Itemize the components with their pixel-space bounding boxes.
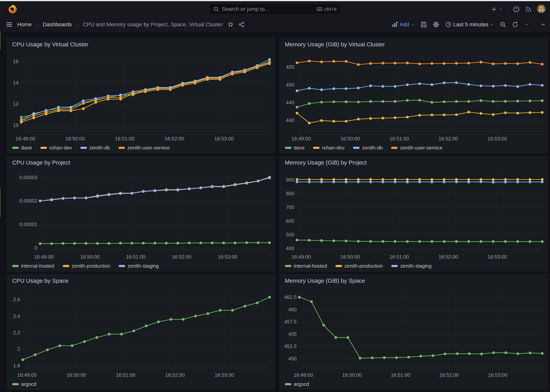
plus-icon — [491, 6, 497, 13]
breadcrumb: Home › Dashboards › CPU and Memory usage… — [6, 18, 244, 31]
legend-item-zenith-db[interactable]: zenith-db — [80, 145, 110, 151]
favorite-button[interactable] — [228, 21, 234, 28]
svg-text:16:49:00: 16:49:00 — [294, 372, 313, 378]
help-button[interactable]: ? — [513, 6, 520, 13]
panel-title[interactable]: CPU Usage by Virtual Cluster — [12, 41, 88, 48]
svg-text:16:51:00: 16:51:00 — [390, 136, 409, 141]
svg-text:700: 700 — [286, 204, 294, 210]
collapse-toolbar-button[interactable] — [540, 22, 546, 28]
search-icon — [213, 6, 219, 12]
legend-item-zenith-production[interactable]: zenith-production — [63, 263, 110, 269]
svg-text:455: 455 — [288, 331, 297, 337]
chevron-down-icon — [490, 23, 494, 27]
series-rohan-dev — [296, 111, 544, 124]
svg-text:16:52:00: 16:52:00 — [165, 136, 184, 141]
search-placeholder: Search or jump to... — [222, 6, 269, 12]
axis-labels: 450452.5455457.5460462.516:49:0016:50:00… — [284, 294, 507, 378]
zoom-out-time-button[interactable] — [500, 21, 506, 28]
divider — [508, 6, 508, 13]
legend-item-internal-hosted[interactable]: internal-hosted — [285, 263, 327, 269]
svg-text:400: 400 — [286, 246, 294, 251]
legend-item-zenith-staging[interactable]: zenith-staging — [391, 263, 432, 269]
refresh-button[interactable] — [512, 21, 519, 28]
legend-item-argocd[interactable]: argocd — [12, 381, 36, 387]
add-label: Add — [400, 21, 409, 28]
legend-item-rohan-dev[interactable]: rohan-dev — [40, 145, 72, 151]
breadcrumb-home[interactable]: Home — [17, 21, 32, 28]
svg-text:2.6: 2.6 — [13, 297, 20, 302]
svg-text:14: 14 — [13, 80, 19, 85]
legend-label: zenith-db — [89, 145, 110, 151]
svg-text:0.00003: 0.00003 — [19, 175, 37, 180]
chart-cpu-virtual-cluster[interactable]: 1012141616:49:0016:50:0016:51:0016:52:00… — [7, 38, 275, 153]
share-button[interactable] — [238, 21, 244, 28]
news-button[interactable] — [525, 6, 532, 13]
keyboard-icon — [317, 6, 322, 12]
panel-title[interactable]: CPU Usage by Project — [12, 159, 70, 166]
legend-item-internal-hosted[interactable]: internal-hosted — [12, 263, 54, 269]
legend-item-zenith-user-service[interactable]: zenith-user-service — [118, 145, 170, 151]
legend-item-zenith-db[interactable]: zenith-db — [353, 145, 383, 151]
legend: internal-hostedzenith-productionzenith-s… — [12, 263, 159, 269]
svg-text:16:53:00: 16:53:00 — [488, 136, 507, 141]
dashboard-settings-button[interactable] — [433, 21, 439, 28]
avatar[interactable] — [537, 4, 546, 14]
legend-item-dave[interactable]: dave — [12, 145, 32, 151]
chevron-down-icon — [411, 23, 415, 27]
refresh-interval-dropdown[interactable] — [524, 22, 529, 27]
toolbar-actions: Add Last 5 m — [391, 18, 546, 31]
rss-icon — [525, 6, 532, 13]
legend-item-dave[interactable]: dave — [285, 145, 305, 151]
divider — [534, 21, 535, 28]
top-nav-actions: ? — [491, 1, 546, 17]
legend-swatch — [80, 147, 87, 149]
dashboard-toolbar: Home › Dashboards › CPU and Memory usage… — [0, 18, 550, 31]
svg-text:16:53:00: 16:53:00 — [488, 254, 507, 259]
svg-text:2.4: 2.4 — [13, 313, 20, 319]
svg-text:16:49:00: 16:49:00 — [34, 254, 54, 259]
legend-swatch — [391, 147, 398, 149]
add-panel-button[interactable]: Add — [391, 21, 415, 28]
series-argocd — [21, 296, 271, 361]
chart-mem-project[interactable]: 40050060070080090016:49:0016:50:0016:51:… — [280, 156, 548, 271]
save-dashboard-button[interactable] — [420, 21, 427, 28]
svg-text:457.5: 457.5 — [284, 319, 297, 324]
panel-title[interactable]: CPU Usage by Space — [12, 278, 69, 284]
panel-mem-space: Memory Usage (GiB) by Space450452.545545… — [280, 274, 548, 390]
legend-item-zenith-production[interactable]: zenith-production — [335, 263, 383, 269]
save-icon — [420, 21, 427, 28]
chart-cpu-space[interactable]: 1.822.22.42.616:49:0016:50:0016:51:0016:… — [7, 274, 275, 390]
chart-mem-virtual-cluster[interactable]: 44044545045516:49:0016:50:0016:51:0016:5… — [280, 38, 548, 153]
chart-mem-space[interactable]: 450452.5455457.5460462.516:49:0016:50:00… — [280, 274, 548, 390]
grid — [297, 173, 542, 250]
panel-title[interactable]: Memory Usage (GiB) by Virtual Cluster — [285, 41, 385, 48]
legend-item-rohan-dev[interactable]: rohan-dev — [313, 145, 345, 151]
legend-item-zenith-user-service[interactable]: zenith-user-service — [391, 145, 442, 151]
legend-swatch — [12, 383, 19, 385]
panel-title[interactable]: Memory Usage (GiB) by Project — [285, 159, 367, 166]
svg-text:16:53:00: 16:53:00 — [214, 136, 234, 141]
search-input[interactable]: Search or jump to... ctrl+k — [209, 4, 341, 14]
grafana-logo-icon[interactable] — [8, 5, 17, 14]
panel-mem-virtual-cluster: Memory Usage (GiB) by Virtual Cluster440… — [280, 38, 548, 153]
legend-item-argocd[interactable]: argocd — [285, 381, 309, 387]
svg-text:16:50:00: 16:50:00 — [342, 372, 362, 378]
panel-mem-project: Memory Usage (GiB) by Project40050060070… — [280, 156, 548, 272]
breadcrumb-dashboards[interactable]: Dashboards — [43, 21, 72, 28]
svg-text:16:49:00: 16:49:00 — [292, 136, 311, 141]
svg-text:16:49:00: 16:49:00 — [16, 136, 35, 141]
legend-swatch — [285, 383, 292, 385]
new-menu-button[interactable] — [491, 6, 503, 13]
svg-text:16:51:00: 16:51:00 — [116, 372, 135, 378]
panel-title[interactable]: Memory Usage (GiB) by Space — [285, 278, 365, 284]
svg-text:2: 2 — [17, 346, 20, 352]
legend-label: argocd — [294, 381, 309, 387]
legend-item-zenith-staging[interactable]: zenith-staging — [118, 263, 159, 269]
chart-cpu-project[interactable]: 00.000010.000020.0000316:49:0016:50:0016… — [7, 156, 275, 271]
top-nav: Search or jump to... ctrl+k — [0, 1, 550, 17]
time-range-picker[interactable]: Last 5 minutes — [445, 21, 494, 28]
svg-text:16:50:00: 16:50:00 — [65, 136, 85, 141]
mega-menu-button[interactable] — [6, 21, 13, 28]
legend: daverohan-devzenith-dbzenith-user-servic… — [285, 145, 442, 151]
legend-label: zenith-production — [344, 263, 383, 269]
